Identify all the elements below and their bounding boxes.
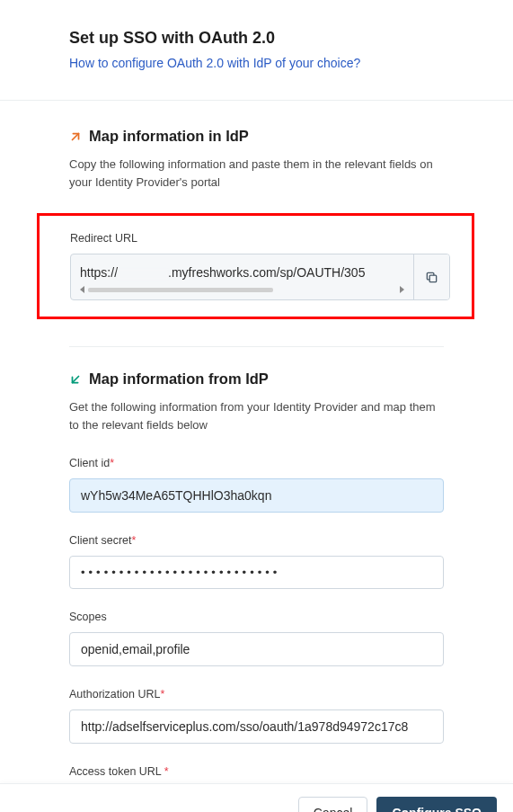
section-title-from: Map information from IdP bbox=[89, 370, 269, 388]
svg-line-0 bbox=[73, 133, 79, 139]
header-section: Set up SSO with OAuth 2.0 How to configu… bbox=[69, 29, 444, 71]
copy-button[interactable] bbox=[413, 254, 449, 299]
help-link[interactable]: How to configure OAuth 2.0 with IdP of y… bbox=[69, 56, 360, 70]
client-id-input[interactable] bbox=[69, 478, 444, 513]
divider bbox=[69, 346, 444, 347]
scopes-label: Scopes bbox=[69, 611, 444, 623]
cancel-button[interactable]: Cancel bbox=[298, 797, 368, 812]
redirect-url-highlight: Redirect URL https://.myfreshworks.com/s… bbox=[37, 213, 474, 319]
scopes-input[interactable] bbox=[69, 632, 444, 666]
arrow-down-left-icon bbox=[69, 373, 82, 386]
redirect-url-scroll[interactable]: https://.myfreshworks.com/sp/OAUTH/305 bbox=[71, 254, 413, 299]
scrollbar[interactable] bbox=[80, 285, 404, 294]
svg-rect-1 bbox=[429, 275, 437, 282]
divider bbox=[0, 100, 513, 101]
client-secret-label: Client secret* bbox=[69, 534, 444, 547]
section-desc-in: Copy the following information and paste… bbox=[69, 156, 444, 192]
access-token-label: Access token URL * bbox=[69, 765, 444, 778]
map-from-idp-section: Map information from IdP Get the followi… bbox=[69, 370, 444, 779]
redirect-url-label: Redirect URL bbox=[70, 232, 450, 245]
auth-url-label: Authorization URL* bbox=[69, 688, 444, 700]
redirect-url-box: https://.myfreshworks.com/sp/OAUTH/305 bbox=[70, 254, 450, 300]
client-secret-input[interactable] bbox=[69, 556, 444, 589]
redirect-url-value: https://.myfreshworks.com/sp/OAUTH/305 bbox=[80, 265, 404, 280]
arrow-up-right-icon bbox=[69, 130, 82, 143]
redacted-domain bbox=[118, 269, 168, 280]
section-title-in: Map information in IdP bbox=[89, 128, 249, 145]
map-in-idp-section: Map information in IdP Copy the followin… bbox=[69, 128, 444, 319]
client-id-label: Client id* bbox=[69, 457, 444, 469]
svg-line-2 bbox=[73, 376, 79, 382]
page-title: Set up SSO with OAuth 2.0 bbox=[69, 29, 444, 48]
section-desc-from: Get the following information from your … bbox=[69, 398, 444, 434]
configure-sso-button[interactable]: Configure SSO bbox=[376, 797, 497, 812]
copy-icon bbox=[425, 271, 438, 284]
footer-bar: Cancel Configure SSO bbox=[0, 783, 513, 812]
auth-url-input[interactable] bbox=[69, 709, 444, 744]
